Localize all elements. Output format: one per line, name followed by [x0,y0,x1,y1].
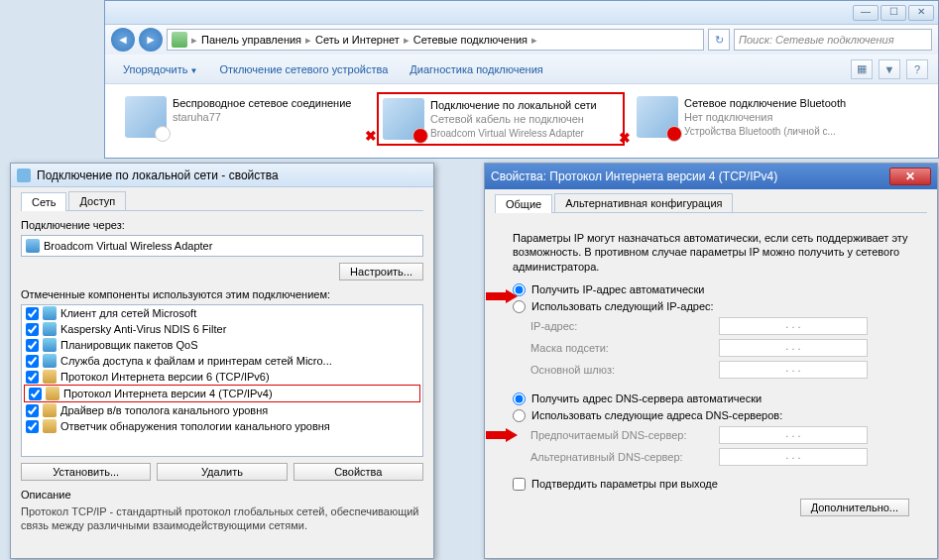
component-item[interactable]: Ответчик обнаружения топологии канальног… [22,418,422,434]
svg-marker-0 [486,289,518,303]
wireless-icon [125,96,167,138]
refresh-button[interactable]: ↻ [708,29,730,51]
field-label: Основной шлюз: [530,364,719,376]
component-label: Протокол Интернета версии 4 (TCP/IPv4) [63,388,273,399]
maximize-button[interactable]: ☐ [880,5,906,21]
dns1-field-row: Предпочитаемый DNS-сервер: . . . [513,426,909,444]
component-checkbox[interactable] [26,404,39,417]
connection-detail: Broadcom Virtual Wireless Adapter [430,127,597,140]
tab-network[interactable]: Сеть [21,192,66,211]
info-text: Параметры IP могут назначаться автоматич… [513,231,909,274]
component-label: Протокол Интернета версии 6 (TCP/IPv6) [60,371,270,383]
dns2-input[interactable]: . . . [719,448,868,466]
component-checkbox[interactable] [26,371,39,384]
protocol-icon [46,387,59,400]
gateway-field-row: Основной шлюз: . . . [513,361,909,379]
search-input[interactable]: Поиск: Сетевые подключения [734,29,932,51]
titlebar: — ☐ ✕ [105,1,938,25]
radio-input[interactable] [513,409,526,422]
connection-wireless[interactable]: Беспроводное сетевое соединение staruha7… [121,92,369,146]
disabled-x-icon: ✖ [619,130,635,146]
ip-input[interactable]: . . . [719,317,868,335]
bluetooth-icon [637,96,678,138]
breadcrumb-item[interactable]: Сеть и Интернет [315,34,400,46]
view-icon[interactable]: ▦ [851,59,873,79]
connection-lan[interactable]: Подключение по локальной сети Сетевой ка… [377,92,625,146]
validate-checkbox-row[interactable]: Подтвердить параметры при выходе [513,478,909,491]
breadcrumb-item[interactable]: Сетевые подключения [413,34,528,46]
connection-title: Подключение по локальной сети [430,98,597,112]
connection-status: Нет подключения [684,110,846,124]
adapter-icon [26,239,40,253]
tab-access[interactable]: Доступ [68,191,126,210]
component-item[interactable]: Планировщик пакетов QoS [22,337,422,353]
component-label: Kaspersky Anti-Virus NDIS 6 Filter [60,323,226,335]
radio-input[interactable] [513,392,526,405]
radio-manual-ip[interactable]: Использовать следующий IP-адрес: [513,300,909,313]
dns1-input[interactable]: . . . [719,426,868,444]
minimize-button[interactable]: — [853,5,879,21]
component-label: Ответчик обнаружения топологии канальног… [60,420,330,432]
install-button[interactable]: Установить... [21,463,151,481]
component-item[interactable]: Драйвер в/в тополога канального уровня [22,402,422,418]
component-checkbox[interactable] [26,307,39,320]
mask-input[interactable]: . . . [719,339,868,357]
component-item[interactable]: Клиент для сетей Microsoft [22,305,422,321]
components-list[interactable]: Клиент для сетей Microsoft Kaspersky Ant… [21,304,423,457]
radio-auto-ip[interactable]: Получить IP-адрес автоматически [513,283,909,296]
breadcrumb-item[interactable]: Панель управления [201,34,301,46]
component-checkbox[interactable] [26,339,39,352]
tab-general[interactable]: Общие [495,194,552,213]
component-label: Клиент для сетей Microsoft [60,307,196,319]
connection-bluetooth[interactable]: Сетевое подключение Bluetooth Нет подклю… [633,92,880,146]
remove-button[interactable]: Удалить [157,463,287,481]
properties-dialog: Подключение по локальной сети - свойства… [10,163,434,559]
tab-alternative[interactable]: Альтернативная конфигурация [554,193,733,212]
disable-device-button[interactable]: Отключение сетевого устройства [211,59,396,79]
help-icon[interactable]: ? [906,59,928,79]
field-label: Альтернативный DNS-сервер: [530,451,719,463]
component-checkbox[interactable] [26,420,39,433]
component-checkbox[interactable] [26,355,39,368]
diagnose-button[interactable]: Диагностика подключения [402,59,550,79]
advanced-row: Дополнительно... [513,499,909,516]
radio-label: Получить IP-адрес автоматически [531,283,704,295]
filter-icon [43,322,57,336]
mask-field-row: Маска подсети: . . . [513,339,909,357]
component-item[interactable]: Протокол Интернета версии 6 (TCP/IPv6) [22,369,422,385]
client-icon [43,306,57,320]
advanced-button[interactable]: Дополнительно... [800,499,909,516]
chevron-down-icon: ▼ [189,66,197,75]
radio-auto-dns[interactable]: Получить адрес DNS-сервера автоматически [513,392,909,405]
close-button[interactable]: ✕ [889,168,931,185]
connection-title: Беспроводное сетевое соединение [173,96,351,110]
description-group: Описание Протокол TCP/IP - стандартный п… [21,489,423,533]
dialog-title-text: Свойства: Протокол Интернета версии 4 (T… [491,169,777,183]
component-checkbox[interactable] [29,388,42,400]
component-item[interactable]: Kaspersky Anti-Virus NDIS 6 Filter [22,321,422,337]
component-checkbox[interactable] [26,323,39,336]
view-dropdown-icon[interactable]: ▼ [879,59,900,79]
component-item-ipv4[interactable]: Протокол Интернета версии 4 (TCP/IPv4) [24,385,420,402]
validate-checkbox[interactable] [513,478,526,491]
component-buttons: Установить... Удалить Свойства [21,463,423,481]
radio-label: Использовать следующий IP-адрес: [531,300,714,312]
dialog-title: Подключение по локальной сети - свойства [11,164,433,187]
component-item[interactable]: Служба доступа к файлам и принтерам сете… [22,353,422,369]
gateway-input[interactable]: . . . [719,361,868,379]
properties-button[interactable]: Свойства [293,463,423,481]
breadcrumb[interactable]: ▸ Панель управления ▸ Сеть и Интернет ▸ … [167,29,704,51]
connect-via-label: Подключение через: [21,219,423,231]
dialog-body: Сеть Доступ Подключение через: Broadcom … [11,187,433,543]
back-button[interactable]: ◄ [111,28,135,52]
forward-button[interactable]: ► [139,28,163,52]
close-button[interactable]: ✕ [908,5,934,21]
responder-icon [43,419,57,433]
ipv4-dialog: Свойства: Протокол Интернета версии 4 (T… [484,163,938,559]
organize-menu[interactable]: Упорядочить▼ [115,59,205,79]
component-label: Планировщик пакетов QoS [60,339,198,351]
configure-button[interactable]: Настроить... [339,263,423,280]
chevron-right-icon: ▸ [529,34,539,47]
radio-manual-dns[interactable]: Использовать следующие адреса DNS-сервер… [513,409,909,422]
nav-row: ◄ ► ▸ Панель управления ▸ Сеть и Интерне… [105,25,938,55]
